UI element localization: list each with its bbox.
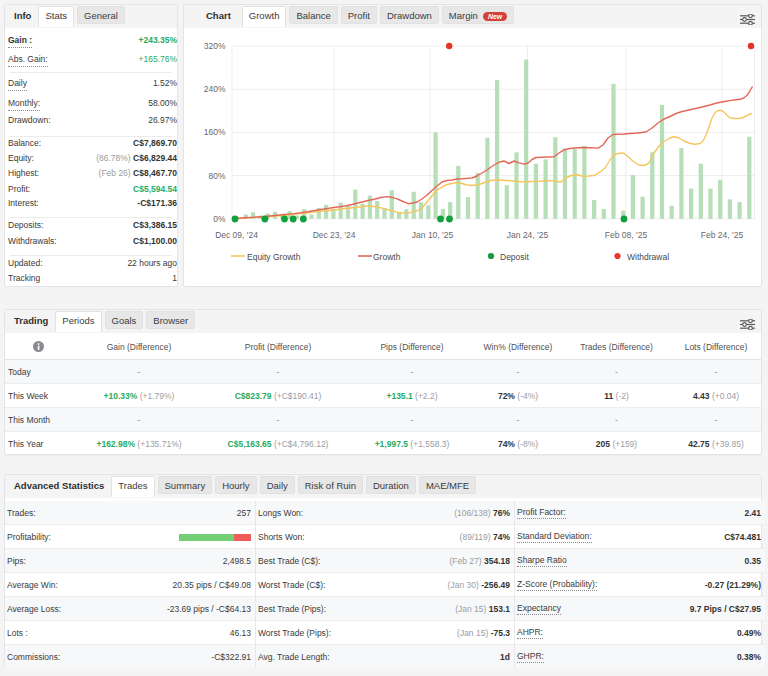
svg-text:Growth: Growth: [373, 252, 401, 262]
svg-text:0%: 0%: [213, 214, 226, 224]
svg-text:320%: 320%: [204, 41, 226, 51]
svg-text:Dec 09, '24: Dec 09, '24: [215, 230, 258, 240]
svg-text:80%: 80%: [208, 171, 225, 181]
svg-text:Jan 24, '25: Jan 24, '25: [507, 230, 549, 240]
svg-text:Dec 23, '24: Dec 23, '24: [313, 230, 356, 240]
svg-text:Equity Growth: Equity Growth: [247, 252, 301, 262]
svg-text:160%: 160%: [204, 127, 226, 137]
svg-text:240%: 240%: [204, 84, 226, 94]
svg-text:Jan 10, '25: Jan 10, '25: [412, 230, 454, 240]
svg-text:Withdrawal: Withdrawal: [627, 252, 669, 262]
svg-text:Feb 24, '25: Feb 24, '25: [701, 230, 744, 240]
svg-text:Feb 08, '25: Feb 08, '25: [605, 230, 648, 240]
svg-text:Deposit: Deposit: [500, 252, 529, 262]
